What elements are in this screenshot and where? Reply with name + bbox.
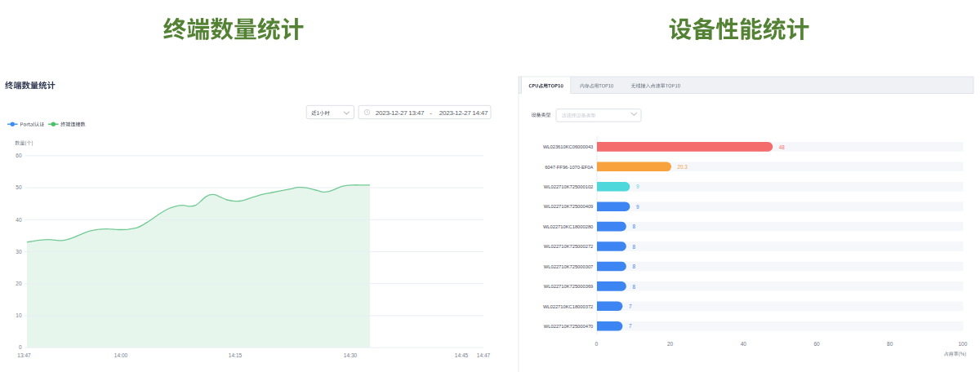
svg-text:20.3: 20.3	[678, 164, 688, 170]
svg-text:WL022710K725000470: WL022710K725000470	[544, 324, 593, 329]
svg-text:60: 60	[16, 153, 22, 158]
svg-text:WL022710KC18000280: WL022710KC18000280	[543, 224, 593, 229]
svg-text:WL022710K725000272: WL022710K725000272	[544, 244, 593, 249]
svg-text:13:47: 13:47	[17, 352, 31, 358]
svg-text:WL022710KC18000372: WL022710KC18000372	[543, 304, 593, 309]
svg-text:14:47: 14:47	[477, 352, 491, 358]
svg-text:100: 100	[958, 341, 967, 347]
svg-text:8: 8	[632, 224, 635, 229]
svg-text:14:15: 14:15	[229, 352, 243, 358]
svg-text:9: 9	[636, 204, 639, 210]
svg-text:WL023610KC06000043: WL023610KC06000043	[543, 144, 593, 149]
svg-text:WL022710K725000307: WL022710K725000307	[544, 264, 593, 269]
svg-text:20: 20	[667, 341, 674, 347]
svg-text:10: 10	[16, 312, 22, 318]
svg-text:40: 40	[741, 341, 747, 347]
svg-text:8: 8	[632, 264, 635, 269]
svg-text:50: 50	[16, 184, 22, 190]
svg-text:WL022710K725000369: WL022710K725000369	[544, 284, 593, 289]
svg-text:60: 60	[813, 341, 820, 347]
svg-text:6047-FF96-1070-EF0A: 6047-FF96-1070-EF0A	[545, 165, 593, 170]
svg-text:40: 40	[16, 217, 22, 223]
svg-text:7: 7	[629, 323, 632, 329]
svg-text:WL022710K725000102: WL022710K725000102	[544, 184, 593, 189]
svg-text:2023-12-27 14:47: 2023-12-27 14:47	[439, 109, 488, 117]
svg-text:48: 48	[779, 144, 786, 150]
svg-text:9: 9	[636, 184, 639, 189]
svg-text:80: 80	[887, 341, 893, 347]
svg-text:WL022710K725000409: WL022710K725000409	[544, 204, 593, 209]
svg-text:8: 8	[632, 244, 635, 250]
svg-text:20: 20	[16, 281, 22, 286]
svg-text:14:45: 14:45	[455, 352, 469, 358]
svg-text:8: 8	[632, 284, 635, 290]
svg-text:14:00: 14:00	[114, 352, 128, 358]
svg-text:2023-12-27 13:47: 2023-12-27 13:47	[376, 109, 425, 117]
svg-text:7: 7	[629, 303, 632, 309]
svg-text:-: -	[430, 109, 432, 117]
svg-text:30: 30	[16, 249, 22, 255]
svg-text:14:30: 14:30	[344, 352, 358, 358]
svg-text:0: 0	[595, 341, 599, 347]
svg-text:0: 0	[19, 344, 22, 350]
